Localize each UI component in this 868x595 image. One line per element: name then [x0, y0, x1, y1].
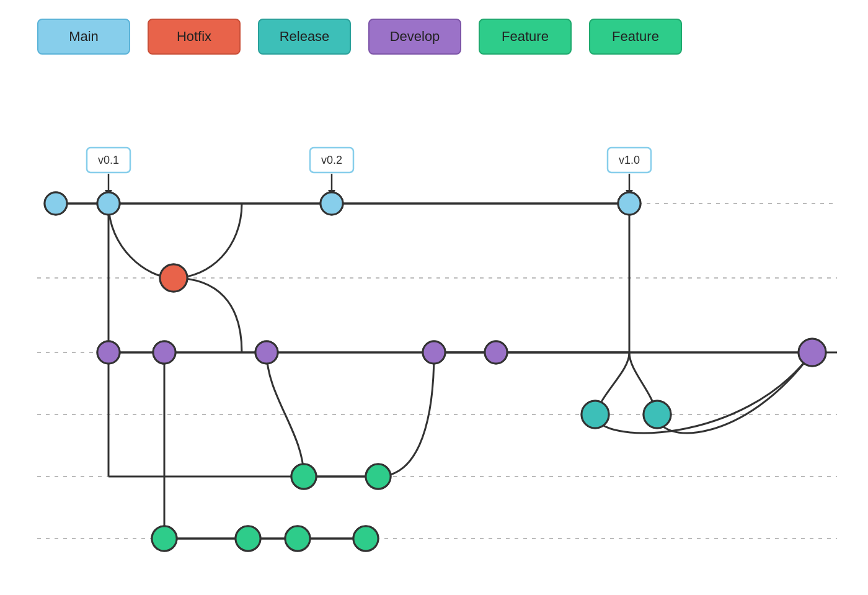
- svg-point-40: [321, 192, 343, 215]
- svg-point-39: [97, 192, 120, 215]
- legend-release: Release: [258, 19, 351, 55]
- svg-point-52: [366, 464, 391, 489]
- svg-text:v1.0: v1.0: [619, 154, 640, 166]
- svg-point-44: [153, 341, 175, 364]
- svg-point-49: [582, 401, 609, 428]
- legend-feature1: Feature: [479, 19, 572, 55]
- legend: Main Hotfix Release Develop Feature Feat…: [0, 0, 868, 67]
- svg-point-50: [644, 401, 671, 428]
- svg-point-53: [152, 526, 177, 551]
- svg-point-56: [353, 526, 378, 551]
- svg-point-42: [160, 264, 187, 292]
- git-diagram: v0.1 v0.2 v1.0: [0, 67, 868, 576]
- svg-point-54: [236, 526, 260, 551]
- legend-feature2: Feature: [589, 19, 682, 55]
- svg-text:v0.1: v0.1: [98, 154, 119, 166]
- legend-develop: Develop: [368, 19, 461, 55]
- svg-point-43: [97, 341, 120, 364]
- svg-point-51: [291, 464, 316, 489]
- svg-point-46: [423, 341, 445, 364]
- svg-point-55: [285, 526, 310, 551]
- svg-point-41: [618, 192, 640, 215]
- svg-point-47: [485, 341, 507, 364]
- svg-point-38: [45, 192, 67, 215]
- svg-text:v0.2: v0.2: [321, 154, 342, 166]
- svg-point-48: [799, 339, 826, 366]
- svg-point-45: [255, 341, 278, 364]
- legend-hotfix: Hotfix: [148, 19, 241, 55]
- legend-main: Main: [37, 19, 130, 55]
